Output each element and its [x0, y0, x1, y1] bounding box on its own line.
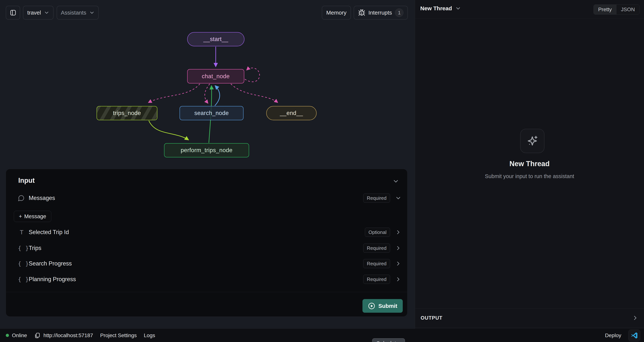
expand-chevron[interactable] [395, 276, 401, 282]
submit-label: Submit [378, 303, 397, 309]
field-row-messages[interactable]: Messages Required [6, 193, 407, 204]
output-section-toggle[interactable]: OUTPUT [415, 308, 644, 327]
memory-button[interactable]: Memory [322, 6, 351, 20]
view-mode-json[interactable]: JSON [616, 5, 639, 14]
online-label: Online [12, 332, 27, 338]
submit-button[interactable]: Submit [362, 299, 403, 313]
field-label: Search Progress [29, 260, 72, 267]
expand-chevron[interactable] [395, 261, 401, 267]
chevron-right-icon [632, 315, 638, 321]
input-footer-divider [6, 292, 407, 292]
project-settings-label: Project Settings [100, 332, 137, 338]
graph-select-dropdown[interactable]: travel [23, 6, 54, 20]
assistants-dropdown[interactable]: Assistants [57, 6, 99, 20]
node-label: chat_node [202, 73, 230, 80]
chevron-right-icon [395, 276, 401, 282]
thread-selector-label: New Thread [420, 5, 452, 12]
graph-node-perform-trips[interactable]: perform_trips_node [164, 143, 249, 157]
graph-node-search[interactable]: search_node [180, 106, 244, 120]
online-dot-icon [6, 334, 9, 337]
expand-chevron[interactable] [395, 229, 401, 235]
output-label: OUTPUT [421, 315, 442, 321]
add-message-button[interactable]: + Message [14, 211, 51, 222]
chevron-down-icon [395, 195, 401, 201]
calculator-tooltip: Calculator [372, 338, 405, 342]
field-label: Selected Trip Id [29, 229, 69, 236]
sparkles-icon [526, 135, 538, 147]
messages-expand-toggle[interactable] [395, 195, 401, 201]
required-badge: Required [363, 259, 390, 268]
node-label: perform_trips_node [181, 147, 232, 154]
open-in-vscode-button[interactable] [628, 329, 640, 341]
field-label: Planning Progress [29, 276, 76, 283]
status-bar: Online http://localhost:57187 Project Se… [0, 328, 644, 342]
sidebar-toggle-button[interactable] [6, 6, 20, 20]
interrupts-button[interactable]: Interrupts 1 [354, 6, 408, 20]
field-row-trips[interactable]: { } Trips Required [6, 243, 407, 254]
chevron-down-icon [455, 6, 461, 11]
braces-icon: { } [18, 245, 25, 251]
text-type-icon: T [18, 229, 25, 236]
field-label: Messages [29, 195, 55, 202]
required-badge: Required [363, 194, 390, 203]
chevron-down-icon [44, 10, 49, 15]
assistants-label: Assistants [61, 10, 86, 16]
server-url-text: http://localhost:57187 [44, 332, 93, 338]
view-mode-pretty[interactable]: Pretty [594, 5, 616, 14]
thread-panel: New Thread Pretty JSON New Thread Submit… [415, 0, 644, 328]
project-settings-link[interactable]: Project Settings [100, 332, 137, 338]
graph-node-chat[interactable]: chat_node [187, 69, 244, 83]
online-status: Online [6, 332, 27, 338]
field-row-search-progress[interactable]: { } Search Progress Required [6, 258, 407, 269]
chevron-right-icon [395, 261, 401, 267]
interrupts-count-badge: 1 [395, 9, 404, 17]
graph-select-label: travel [27, 10, 41, 16]
logs-link[interactable]: Logs [144, 332, 155, 338]
langgraph-studio-app: travel Assistants Memory Interrupts 1 [0, 0, 644, 342]
chat-bubble-icon [18, 195, 25, 202]
node-label: trips_node [113, 110, 141, 116]
optional-badge: Optional [365, 228, 390, 237]
graph-panel: travel Assistants Memory Interrupts 1 [0, 0, 415, 328]
input-panel-title: Input [18, 177, 35, 185]
field-label: Trips [29, 245, 42, 251]
empty-state-subtitle: Submit your input to run the assistant [415, 173, 644, 180]
bug-icon [358, 9, 366, 17]
graph-node-trips[interactable]: trips_node [96, 106, 157, 120]
thread-selector-dropdown[interactable]: New Thread [420, 5, 461, 12]
node-label: search_node [194, 110, 229, 116]
plus-icon: + [19, 213, 22, 220]
required-badge: Required [363, 275, 390, 284]
required-badge: Required [363, 244, 390, 253]
thread-header: New Thread Pretty JSON [415, 0, 644, 19]
input-collapse-toggle[interactable] [393, 178, 399, 185]
input-card: Input Messages Required + Message [6, 169, 408, 317]
interrupts-label: Interrupts [368, 10, 392, 16]
empty-state-icon-card [520, 129, 544, 153]
deploy-label: Deploy [605, 332, 621, 338]
chevron-down-icon [89, 10, 94, 15]
deploy-link[interactable]: Deploy [605, 332, 621, 338]
view-mode-toggle: Pretty JSON [594, 5, 640, 15]
graph-node-start[interactable]: __start__ [187, 32, 244, 46]
play-circle-icon [368, 302, 375, 310]
logs-label: Logs [144, 332, 155, 338]
memory-label: Memory [326, 10, 346, 16]
node-label: __end__ [280, 110, 303, 116]
field-row-planning-progress[interactable]: { } Planning Progress Required [6, 274, 407, 285]
graph-node-end[interactable]: __end__ [266, 106, 316, 120]
chevron-right-icon [395, 229, 401, 235]
chevron-right-icon [395, 245, 401, 251]
vscode-icon [630, 331, 638, 339]
chevron-down-icon [393, 178, 399, 185]
add-message-label: Message [24, 213, 46, 220]
field-row-selected-trip-id[interactable]: T Selected Trip Id Optional [6, 227, 407, 238]
empty-state-title: New Thread [415, 160, 644, 168]
copy-icon [34, 332, 40, 339]
calculator-tooltip-label: Calculator [376, 340, 401, 342]
braces-icon: { } [18, 260, 25, 267]
panel-left-icon [10, 9, 16, 16]
expand-chevron[interactable] [395, 245, 401, 251]
node-label: __start__ [204, 36, 228, 43]
server-url[interactable]: http://localhost:57187 [34, 332, 93, 339]
